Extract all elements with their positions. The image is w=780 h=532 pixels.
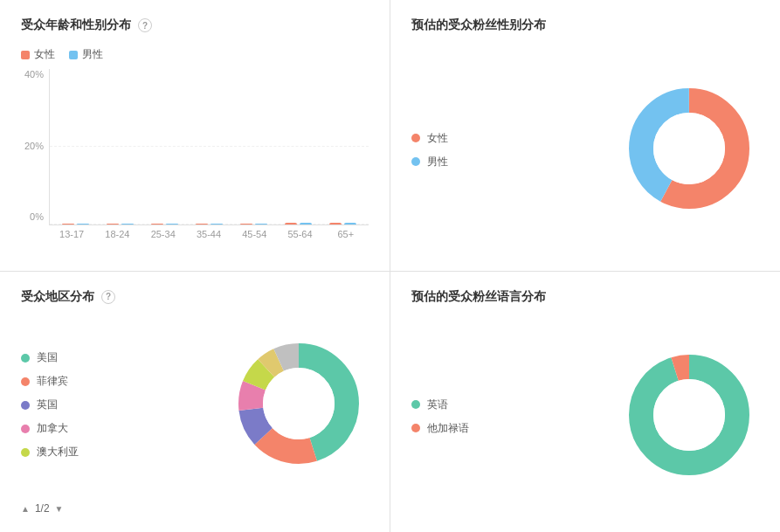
help-icon-region[interactable]: ? bbox=[101, 290, 115, 304]
x-label-35-44: 35-44 bbox=[186, 229, 231, 239]
title-text-region: 受众地区分布 bbox=[21, 289, 94, 305]
y-label-0: 0% bbox=[30, 211, 44, 222]
legend-region-uk: 英国 bbox=[21, 397, 79, 412]
donut-legend-gender: 女性 男性 bbox=[411, 131, 448, 169]
panel-age-gender-title: 受众年龄和性别分布 ? bbox=[21, 17, 369, 33]
x-axis: 13-17 18-24 25-34 35-44 45-54 55-64 65+ bbox=[49, 225, 369, 239]
help-icon-age-gender[interactable]: ? bbox=[138, 18, 152, 32]
title-text-lang: 预估的受众粉丝语言分布 bbox=[411, 289, 546, 305]
bar-female-35-44 bbox=[196, 224, 208, 225]
legend-gender-male: 男性 bbox=[411, 155, 448, 169]
label-lang-en: 英语 bbox=[427, 397, 448, 412]
panel-language-fans: 预估的受众粉丝语言分布 英语 他加禄语 bbox=[390, 272, 780, 533]
next-arrow[interactable]: ▼ bbox=[55, 504, 64, 514]
dot-region-ca bbox=[21, 425, 30, 433]
bar-group-25-34 bbox=[142, 224, 187, 225]
panel-region-title: 受众地区分布 ? bbox=[21, 289, 369, 305]
donut-svg-gender bbox=[619, 79, 759, 221]
title-text-gender: 预估的受众粉丝性别分布 bbox=[411, 17, 546, 33]
bar-female-25-34 bbox=[151, 224, 163, 225]
legend-region-au: 澳大利亚 bbox=[21, 445, 79, 459]
dot-lang-en bbox=[411, 400, 420, 409]
dot-gender-female bbox=[411, 134, 420, 142]
male-color bbox=[69, 51, 78, 59]
panel-region: 受众地区分布 ? 美国 菲律宾 英国 加拿大 bbox=[0, 272, 390, 533]
y-axis: 40% 20% 0% bbox=[21, 69, 49, 239]
bar-male-18-24 bbox=[121, 224, 134, 225]
donut-svg-region bbox=[229, 334, 369, 476]
bar-group-13-17 bbox=[53, 224, 98, 225]
label-region-ca: 加拿大 bbox=[37, 421, 68, 436]
bar-female-65plus bbox=[329, 223, 342, 225]
bar-chart-legend: 女性 男性 bbox=[21, 47, 369, 62]
y-label-20: 20% bbox=[24, 141, 44, 151]
svg-point-13 bbox=[653, 379, 725, 451]
bar-group-18-24 bbox=[98, 224, 142, 225]
legend-male: 男性 bbox=[69, 47, 103, 62]
bar-female-45-54 bbox=[240, 224, 252, 225]
label-gender-male: 男性 bbox=[427, 155, 448, 169]
label-region-ph: 菲律宾 bbox=[37, 374, 68, 389]
title-text: 受众年龄和性别分布 bbox=[21, 17, 131, 33]
bars-area bbox=[49, 69, 369, 225]
svg-point-10 bbox=[263, 368, 335, 439]
x-label-55-64: 55-64 bbox=[277, 229, 322, 239]
donut-content-gender: 女性 男性 bbox=[411, 47, 759, 253]
donut-legend-lang: 英语 他加禄语 bbox=[411, 397, 469, 436]
legend-female: 女性 bbox=[21, 47, 55, 62]
dot-region-usa bbox=[21, 354, 30, 363]
dot-lang-tl bbox=[411, 424, 420, 432]
label-gender-female: 女性 bbox=[427, 131, 448, 146]
bar-male-25-34 bbox=[166, 224, 178, 225]
chart-body: 13-17 18-24 25-34 35-44 45-54 55-64 65+ bbox=[49, 69, 369, 239]
x-label-18-24: 18-24 bbox=[94, 229, 140, 239]
bar-group-45-54 bbox=[231, 224, 276, 225]
bar-female-18-24 bbox=[107, 224, 119, 225]
panel-gender-fans: 预估的受众粉丝性别分布 女性 男性 bbox=[390, 0, 780, 271]
panel-age-gender: 受众年龄和性别分布 ? 女性 男性 40% 20% 0% bbox=[0, 0, 390, 271]
bar-chart-area: 女性 男性 40% 20% 0% bbox=[21, 47, 369, 239]
legend-male-label: 男性 bbox=[82, 47, 103, 62]
bar-male-45-54 bbox=[255, 224, 267, 225]
dot-region-uk bbox=[21, 401, 30, 410]
panel-language-fans-title: 预估的受众粉丝语言分布 bbox=[411, 289, 759, 305]
legend-region-ca: 加拿大 bbox=[21, 421, 79, 436]
bar-male-35-44 bbox=[211, 224, 223, 225]
label-region-uk: 英国 bbox=[37, 397, 58, 412]
bar-group-55-64 bbox=[276, 223, 321, 225]
svg-point-2 bbox=[653, 113, 725, 184]
donut-legend-region: 美国 菲律宾 英国 加拿大 澳大利亚 bbox=[21, 350, 79, 459]
bar-female-55-64 bbox=[285, 223, 297, 225]
bar-chart-inner: 40% 20% 0% bbox=[21, 69, 369, 239]
donut-content-lang: 英语 他加禄语 bbox=[411, 319, 759, 515]
prev-arrow[interactable]: ▲ bbox=[21, 504, 30, 514]
bar-male-13-17 bbox=[77, 224, 89, 225]
donut-svg-lang bbox=[619, 345, 759, 487]
bar-male-55-64 bbox=[300, 223, 312, 225]
x-label-65plus: 65+ bbox=[323, 229, 369, 239]
dot-region-au bbox=[21, 448, 30, 457]
bar-female-13-17 bbox=[62, 224, 74, 225]
legend-lang-en: 英语 bbox=[411, 397, 469, 412]
y-label-40: 40% bbox=[24, 69, 44, 79]
legend-female-label: 女性 bbox=[34, 47, 55, 62]
gridline-50 bbox=[50, 146, 369, 147]
x-label-45-54: 45-54 bbox=[231, 229, 277, 239]
legend-region-usa: 美国 bbox=[21, 350, 79, 365]
dot-region-ph bbox=[21, 377, 30, 386]
donut-content-region: 美国 菲律宾 英国 加拿大 澳大利亚 bbox=[21, 319, 369, 493]
pagination-label: 1/2 bbox=[35, 502, 50, 515]
label-lang-tl: 他加禄语 bbox=[427, 421, 469, 436]
bar-male-65plus bbox=[344, 223, 356, 225]
x-label-13-17: 13-17 bbox=[49, 229, 94, 239]
x-label-25-34: 25-34 bbox=[141, 229, 186, 239]
legend-region-ph: 菲律宾 bbox=[21, 374, 79, 389]
legend-lang-tl: 他加禄语 bbox=[411, 421, 469, 436]
bar-group-35-44 bbox=[187, 224, 231, 225]
dashboard: 受众年龄和性别分布 ? 女性 男性 40% 20% 0% bbox=[0, 0, 780, 532]
label-region-au: 澳大利亚 bbox=[37, 445, 79, 459]
gridlines bbox=[50, 69, 369, 225]
pagination-nav: ▲ 1/2 ▼ bbox=[21, 502, 369, 515]
female-color bbox=[21, 51, 30, 59]
dot-gender-male bbox=[411, 157, 420, 166]
